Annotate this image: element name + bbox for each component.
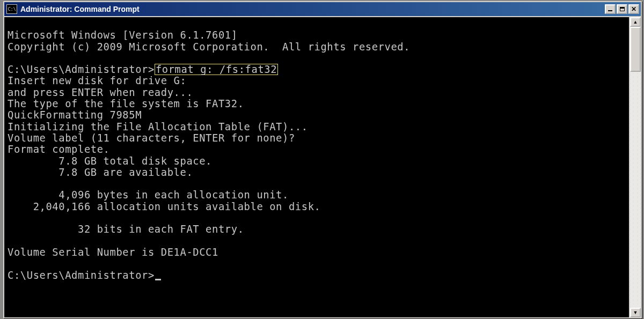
output-line: 4,096 bytes in each allocation unit.	[8, 189, 289, 201]
close-button[interactable]: ✕	[628, 4, 639, 14]
scroll-down-button[interactable]: ▼	[630, 308, 641, 317]
client-area: Microsoft Windows [Version 6.1.7601] Cop…	[4, 16, 641, 317]
output-line: Initializing the File Allocation Table (…	[8, 121, 308, 132]
output-line: 32 bits in each FAT entry.	[8, 224, 244, 235]
output-line: 7.8 GB are available.	[8, 167, 193, 178]
window-control-buttons: ✕	[605, 4, 639, 14]
prompt-text: C:\Users\Administrator>	[8, 64, 155, 75]
output-line: Volume label (11 characters, ENTER for n…	[8, 132, 295, 144]
highlighted-command: format g: /fs:fat32	[155, 64, 278, 75]
vertical-scrollbar[interactable]: ▲ ▼	[629, 17, 641, 317]
output-line: Insert new disk for drive G:	[8, 75, 186, 86]
output-line: Copyright (c) 2009 Microsoft Corporation…	[8, 41, 410, 53]
prompt-text: C:\Users\Administrator>	[8, 270, 155, 281]
output-line: Format complete.	[8, 144, 110, 155]
cursor-icon	[155, 279, 161, 280]
window-title: Administrator: Command Prompt	[20, 5, 605, 13]
output-line: 7.8 GB total disk space.	[8, 155, 212, 167]
output-line: Microsoft Windows [Version 6.1.7601]	[8, 29, 238, 41]
maximize-button[interactable]	[617, 4, 627, 14]
output-line: The type of the file system is FAT32.	[8, 98, 244, 109]
output-line: QuickFormatting 7985M	[8, 109, 142, 121]
terminal-output[interactable]: Microsoft Windows [Version 6.1.7601] Cop…	[4, 17, 629, 317]
titlebar[interactable]: C:\ Administrator: Command Prompt ✕	[4, 2, 641, 16]
system-menu-icon[interactable]: C:\	[6, 4, 17, 14]
minimize-button[interactable]	[605, 4, 616, 14]
output-line: and press ENTER when ready...	[8, 87, 193, 98]
output-line: Volume Serial Number is DE1A-DCC1	[8, 247, 218, 258]
scrollbar-thumb[interactable]	[630, 27, 641, 72]
output-line: 2,040,166 allocation units available on …	[8, 201, 320, 212]
scrollbar-track[interactable]	[630, 27, 641, 308]
command-prompt-window: C:\ Administrator: Command Prompt ✕ Micr…	[3, 1, 642, 318]
scroll-up-button[interactable]: ▲	[630, 17, 641, 27]
